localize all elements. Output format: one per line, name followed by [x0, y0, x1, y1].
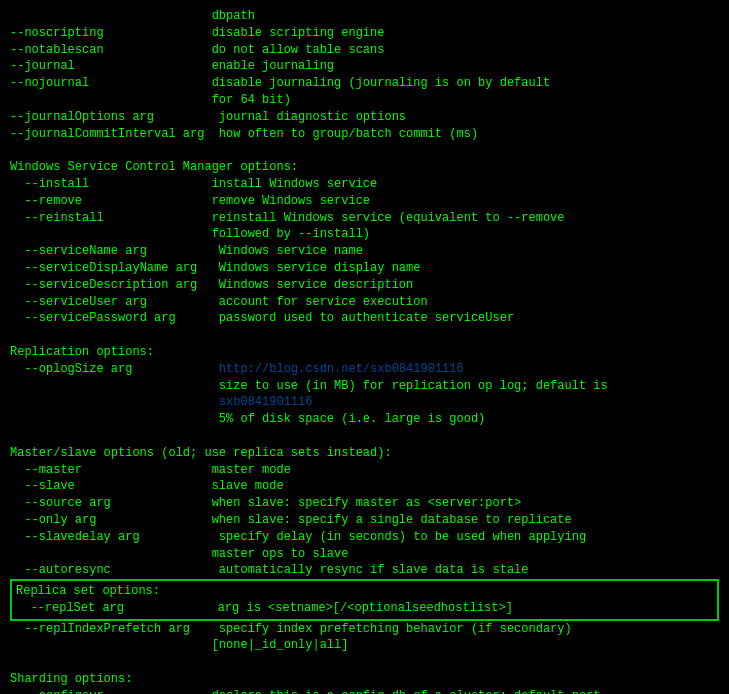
- line-slavedelay-cont: master ops to slave: [10, 547, 348, 561]
- line-wscm-header: Windows Service Control Manager options:: [10, 160, 298, 174]
- line-nojournal-cont: for 64 bit): [10, 93, 291, 107]
- line-oplogsize: size to use (in MB) for replication op l…: [10, 379, 608, 393]
- line-replset: --replSet arg arg is <setname>[/<optiona…: [16, 601, 513, 615]
- replica-set-section: Replica set options: --replSet arg arg i…: [10, 579, 719, 621]
- line-journalcommit: --journalCommitInterval arg how often to…: [10, 127, 478, 141]
- line-replication-header: Replication options:: [10, 345, 154, 359]
- line-install: --install install Windows service: [10, 177, 377, 191]
- line-servicepassword: --servicePassword arg password used to a…: [10, 311, 514, 325]
- line-masterslave-header: Master/slave options (old; use replica s…: [10, 446, 392, 460]
- line-servicename: --serviceName arg Windows service name: [10, 244, 363, 258]
- line-replindex-cont: [none|_id_only|all]: [10, 638, 348, 652]
- line-watermark2: sxb0841901116: [10, 395, 312, 409]
- line-replindex: --replIndexPrefetch arg specify index pr…: [10, 622, 572, 636]
- terminal-output-lower: --replIndexPrefetch arg specify index pr…: [10, 621, 719, 694]
- line-oplogsize-cont: 5% of disk space (i.e. large is good): [10, 412, 485, 426]
- line-slavedelay: --slavedelay arg specify delay (in secon…: [10, 530, 586, 544]
- line-source: --source arg when slave: specify master …: [10, 496, 521, 510]
- line-remove: --remove remove Windows service: [10, 194, 370, 208]
- replica-set-content: Replica set options: --replSet arg arg i…: [16, 583, 713, 617]
- line-serviceuser: --serviceUser arg account for service ex…: [10, 295, 428, 309]
- line-nojournal: --nojournal disable journaling (journali…: [10, 76, 550, 90]
- line-dbpath: dbpath: [10, 9, 255, 23]
- line-reinstall: --reinstall reinstall Windows service (e…: [10, 211, 565, 225]
- line-watermark-overlay: --oplogSize arg http://blog.csdn.net/sxb…: [10, 362, 464, 376]
- line-configsvr: --configsvr declare this is a config db …: [10, 689, 601, 694]
- line-slave: --slave slave mode: [10, 479, 284, 493]
- line-reinstall-cont: followed by --install): [10, 227, 370, 241]
- line-servicedesc: --serviceDescription arg Windows service…: [10, 278, 413, 292]
- line-only: --only arg when slave: specify a single …: [10, 513, 572, 527]
- terminal-output: dbpath --noscripting disable scripting e…: [10, 8, 719, 579]
- line-autoresync: --autoresync automatically resync if sla…: [10, 563, 529, 577]
- line-servicedisplay: --serviceDisplayName arg Windows service…: [10, 261, 420, 275]
- line-journaloptions: --journalOptions arg journal diagnostic …: [10, 110, 406, 124]
- line-journal: --journal enable journaling: [10, 59, 334, 73]
- line-noscripting: --noscripting disable scripting engine: [10, 26, 384, 40]
- line-replicaset-header: Replica set options:: [16, 584, 160, 598]
- line-notablescan: --notablescan do not allow table scans: [10, 43, 384, 57]
- line-master: --master master mode: [10, 463, 291, 477]
- line-sharding-header: Sharding options:: [10, 672, 132, 686]
